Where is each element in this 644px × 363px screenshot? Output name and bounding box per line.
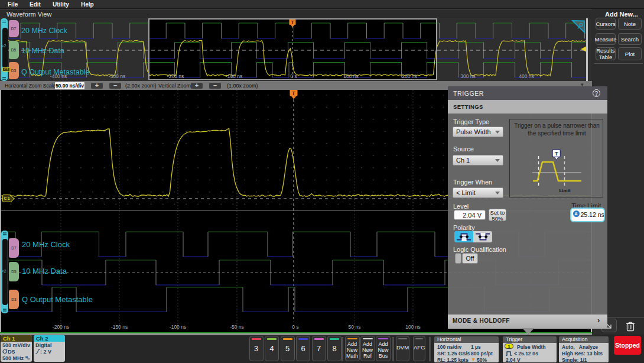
svg-text:Limit: Limit [559,188,570,193]
svg-text:B: B [25,355,28,359]
svg-text:T: T [555,151,558,157]
svg-text:T: T [292,90,295,96]
